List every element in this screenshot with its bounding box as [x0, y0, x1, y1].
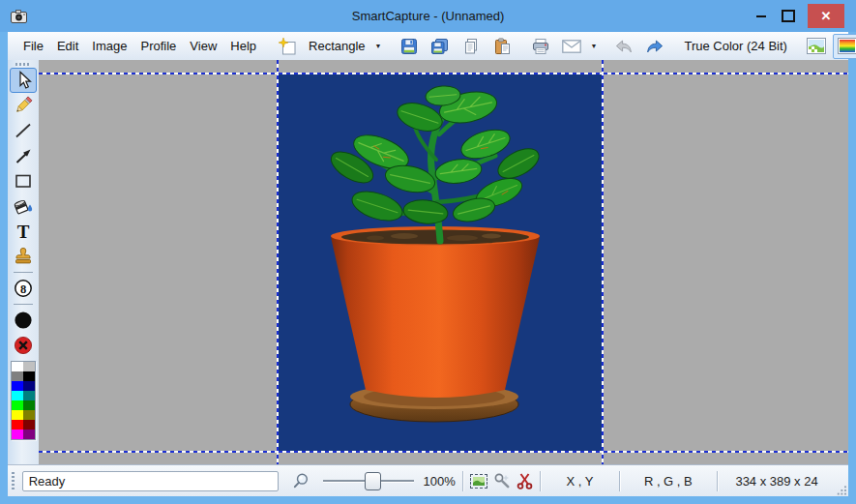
workspace[interactable] [39, 60, 848, 465]
palette-color-0[interactable] [12, 362, 23, 371]
redo-button[interactable] [640, 34, 669, 59]
new-capture-button[interactable] [273, 34, 302, 59]
svg-text:T: T [17, 222, 30, 241]
tool-palette-grip[interactable] [15, 63, 31, 66]
menu-image[interactable]: Image [85, 36, 133, 56]
window-title: SmartCapture - (Unnamed) [0, 9, 856, 23]
print-button[interactable] [526, 34, 555, 59]
stamp-tool[interactable] [10, 244, 37, 269]
palette-color-8[interactable] [12, 400, 23, 410]
palette-color-12[interactable] [12, 420, 23, 430]
color-palette-button[interactable] [833, 34, 856, 59]
menu-view[interactable]: View [183, 36, 223, 56]
new-capture-icon [279, 38, 296, 55]
menu-profile[interactable]: Profile [134, 36, 184, 56]
email-dropdown-icon[interactable]: ▼ [591, 43, 598, 49]
palette-color-10[interactable] [12, 410, 23, 420]
counter-icon: 8 [13, 279, 34, 298]
palette-color-6[interactable] [12, 391, 23, 400]
email-icon [562, 40, 581, 53]
menu-help[interactable]: Help [223, 36, 263, 56]
zoom-slider[interactable] [321, 470, 416, 491]
selection-marquee-icon [470, 474, 487, 489]
palette-color-11[interactable] [23, 410, 35, 420]
line-tool[interactable] [10, 118, 37, 143]
scissors-icon [517, 472, 533, 489]
plant-pot [331, 226, 540, 398]
palette-color-15[interactable] [23, 430, 35, 439]
statusbar-separator [540, 471, 541, 491]
undo-button[interactable] [609, 34, 638, 59]
palette-color-14[interactable] [12, 430, 23, 439]
wand-icon [493, 472, 511, 489]
palette-color-1[interactable] [23, 362, 35, 371]
zoom-slider-thumb[interactable] [365, 472, 381, 490]
cursor-arrow-icon [13, 71, 34, 90]
app-camera-icon [11, 10, 27, 23]
print-icon [531, 38, 550, 55]
palette-color-13[interactable] [23, 420, 35, 430]
arrow-icon [13, 146, 34, 165]
transparent-color-button[interactable] [10, 333, 37, 358]
save-button[interactable] [395, 34, 424, 59]
line-icon [13, 121, 34, 140]
counter-tool[interactable]: 8 [10, 276, 37, 301]
pixel-rgb: R , G , B [624, 474, 713, 489]
main-area: T 8 [8, 60, 848, 465]
copy-button[interactable] [457, 34, 486, 59]
maximize-button[interactable] [775, 5, 802, 28]
select-tool[interactable] [10, 68, 37, 93]
cut-button[interactable] [515, 470, 536, 491]
rectangle-tool[interactable] [10, 168, 37, 193]
statusbar-separator [717, 471, 718, 491]
palette-color-9[interactable] [23, 400, 35, 410]
resample-icon [807, 38, 826, 54]
statusbar-grip[interactable] [12, 472, 15, 489]
palette-color-5[interactable] [23, 381, 35, 391]
close-button[interactable]: ✕ [808, 4, 844, 28]
resample-button[interactable] [802, 34, 831, 59]
statusbar: Ready 100% X , Y R , G , B 334 [8, 464, 848, 496]
canvas-image[interactable] [279, 74, 602, 451]
crop-selection-button[interactable] [468, 470, 489, 491]
minimize-button[interactable] [748, 5, 775, 28]
tool-palette: T 8 [8, 60, 39, 465]
palette-color-7[interactable] [23, 391, 35, 400]
selection-dash-right [602, 60, 604, 465]
no-color-icon [13, 336, 34, 355]
copy-icon [462, 38, 480, 55]
smartcapture-window: { "window": { "title": "SmartCapture - (… [0, 0, 856, 504]
paint-bucket-icon [13, 196, 34, 216]
cursor-coordinates: X , Y [545, 474, 615, 489]
paste-button[interactable] [487, 34, 517, 59]
magnifier-icon [292, 471, 310, 490]
wand-tool-button[interactable] [491, 470, 513, 491]
capture-mode-label[interactable]: Rectangle [303, 39, 371, 53]
fill-tool[interactable] [10, 193, 37, 219]
paste-icon [493, 38, 511, 55]
tool-separator [14, 272, 33, 273]
email-button[interactable] [557, 34, 586, 59]
redo-icon [645, 38, 664, 55]
pencil-tool[interactable] [10, 93, 37, 118]
svg-text:8: 8 [20, 282, 26, 296]
titlebar[interactable]: SmartCapture - (Unnamed) ✕ [0, 0, 856, 32]
selection-dash-bottom [39, 451, 848, 453]
save-all-button[interactable] [426, 34, 455, 59]
color-depth-label[interactable]: True Color (24 Bit) [678, 39, 792, 53]
statusbar-separator [619, 471, 620, 491]
palette-color-4[interactable] [12, 381, 23, 391]
image-dimensions: 334 x 389 x 24 [722, 474, 832, 489]
menu-file[interactable]: File [16, 36, 50, 56]
menu-edit[interactable]: Edit [50, 36, 85, 56]
capture-mode-dropdown-icon[interactable]: ▼ [375, 43, 382, 49]
stamp-icon [13, 247, 34, 266]
arrow-tool[interactable] [10, 143, 37, 168]
rectangle-icon [13, 171, 34, 191]
palette-color-2[interactable] [12, 371, 23, 381]
resize-grip[interactable] [836, 484, 847, 496]
palette-color-3[interactable] [23, 371, 35, 381]
foreground-color-well[interactable] [10, 308, 37, 333]
undo-icon [614, 38, 634, 55]
text-tool[interactable]: T [10, 219, 37, 244]
